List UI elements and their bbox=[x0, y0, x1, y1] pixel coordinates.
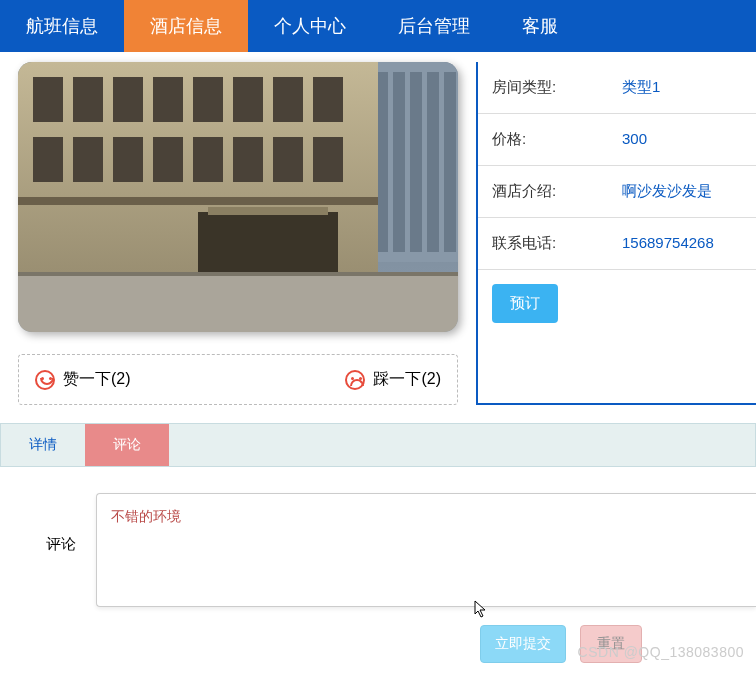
vote-dislike-label: 踩一下(2) bbox=[373, 369, 441, 390]
svg-rect-5 bbox=[427, 72, 439, 252]
svg-rect-4 bbox=[410, 72, 422, 252]
hotel-info-panel: 房间类型: 类型1 价格: 300 酒店介绍: 啊沙发沙发是 联系电话: 156… bbox=[476, 62, 756, 405]
svg-rect-20 bbox=[193, 137, 223, 182]
nav-personal-center[interactable]: 个人中心 bbox=[248, 0, 372, 52]
tab-bar: 详情 评论 bbox=[0, 423, 756, 467]
smile-icon bbox=[35, 370, 55, 390]
svg-rect-6 bbox=[444, 72, 456, 252]
vote-like-label: 赞一下(2) bbox=[63, 369, 131, 390]
room-type-value: 类型1 bbox=[622, 78, 660, 97]
frown-icon bbox=[345, 370, 365, 390]
svg-rect-17 bbox=[73, 137, 103, 182]
svg-rect-16 bbox=[33, 137, 63, 182]
phone-value: 15689754268 bbox=[622, 234, 714, 253]
svg-rect-19 bbox=[153, 137, 183, 182]
svg-rect-24 bbox=[18, 197, 378, 205]
svg-rect-18 bbox=[113, 137, 143, 182]
submit-button[interactable]: 立即提交 bbox=[480, 625, 566, 663]
comment-label: 评论 bbox=[46, 493, 76, 607]
svg-rect-12 bbox=[193, 77, 223, 122]
room-type-label: 房间类型: bbox=[492, 78, 622, 97]
svg-rect-3 bbox=[393, 72, 405, 252]
svg-rect-13 bbox=[233, 77, 263, 122]
top-nav: 航班信息 酒店信息 个人中心 后台管理 客服 bbox=[0, 0, 756, 52]
svg-rect-23 bbox=[313, 137, 343, 182]
vote-dislike[interactable]: 踩一下(2) bbox=[345, 369, 441, 390]
phone-label: 联系电话: bbox=[492, 234, 622, 253]
svg-rect-10 bbox=[113, 77, 143, 122]
vote-like[interactable]: 赞一下(2) bbox=[35, 369, 131, 390]
svg-rect-26 bbox=[208, 207, 328, 215]
svg-rect-9 bbox=[73, 77, 103, 122]
intro-label: 酒店介绍: bbox=[492, 182, 622, 201]
tab-comment[interactable]: 评论 bbox=[85, 424, 169, 466]
nav-customer-service[interactable]: 客服 bbox=[496, 0, 584, 52]
svg-rect-15 bbox=[313, 77, 343, 122]
tab-detail[interactable]: 详情 bbox=[1, 424, 85, 466]
watermark: CSDN @QQ_138083800 bbox=[578, 644, 744, 660]
svg-rect-25 bbox=[198, 212, 338, 272]
comment-textarea[interactable] bbox=[96, 493, 756, 607]
nav-admin[interactable]: 后台管理 bbox=[372, 0, 496, 52]
price-value: 300 bbox=[622, 130, 647, 149]
svg-rect-21 bbox=[233, 137, 263, 182]
vote-box: 赞一下(2) 踩一下(2) bbox=[18, 354, 458, 405]
nav-flight-info[interactable]: 航班信息 bbox=[0, 0, 124, 52]
svg-rect-11 bbox=[153, 77, 183, 122]
intro-value: 啊沙发沙发是 bbox=[622, 182, 712, 201]
price-label: 价格: bbox=[492, 130, 622, 149]
book-button[interactable]: 预订 bbox=[492, 284, 558, 323]
svg-rect-8 bbox=[33, 77, 63, 122]
svg-rect-28 bbox=[18, 272, 458, 276]
svg-rect-14 bbox=[273, 77, 303, 122]
svg-rect-22 bbox=[273, 137, 303, 182]
nav-hotel-info[interactable]: 酒店信息 bbox=[124, 0, 248, 52]
hotel-image bbox=[18, 62, 458, 332]
svg-rect-27 bbox=[18, 272, 458, 332]
